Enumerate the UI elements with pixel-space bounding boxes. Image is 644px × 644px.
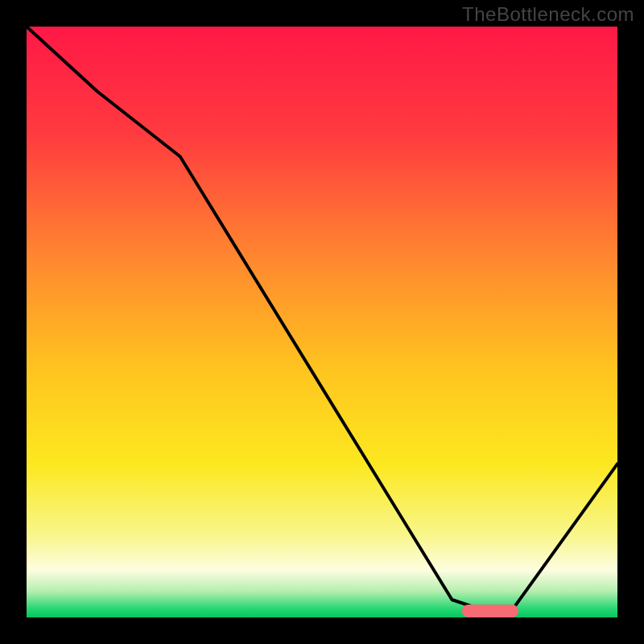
watermark-text: TheBottleneck.com: [462, 3, 634, 26]
plot-area: [27, 27, 617, 617]
bottleneck-curve: [27, 27, 617, 617]
optimal-marker: [462, 605, 518, 617]
chart-frame: TheBottleneck.com: [0, 0, 644, 644]
